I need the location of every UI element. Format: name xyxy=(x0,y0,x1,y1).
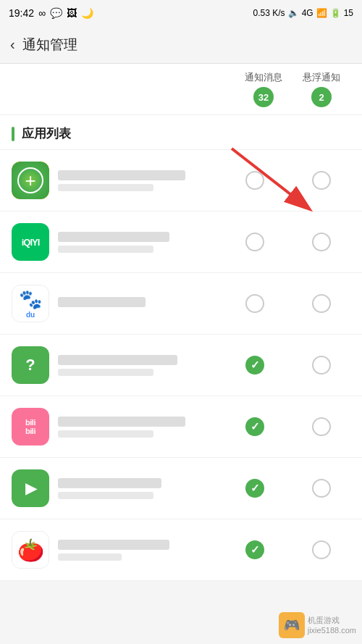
toggle-notification-tomato[interactable] xyxy=(226,540,284,559)
col-notification-badge: 32 xyxy=(253,87,274,107)
toggle-notification-baidu[interactable] xyxy=(226,294,284,313)
volume-icon: 🔈 xyxy=(288,8,299,18)
list-item: ? xyxy=(0,335,362,396)
toggle-float-baidu[interactable] xyxy=(292,294,350,313)
col-notification-header: 通知消息 32 xyxy=(235,71,292,107)
bilibili-text: bilibili xyxy=(25,418,35,435)
watermark: 🎮 机蛋游戏 jixie5188.com xyxy=(279,612,356,638)
tomato-emoji-icon: 🍅 xyxy=(17,538,44,563)
radio-empty-icon[interactable] xyxy=(312,540,331,559)
toggle-notification-bilibili[interactable] xyxy=(226,417,284,436)
paw-icon: 🐾 xyxy=(19,288,42,311)
app-name-question xyxy=(58,355,217,376)
app-name-bar xyxy=(58,478,161,488)
list-item: bilibili xyxy=(0,396,362,458)
du-label: du xyxy=(26,311,35,319)
toggle-notification-360[interactable] xyxy=(226,171,284,190)
app-icon-bilibili: bilibili xyxy=(12,408,49,446)
app-name-bar xyxy=(58,540,169,550)
app-name-bar2 xyxy=(58,553,122,561)
app-icon-iqiyi: iQIYI xyxy=(12,223,49,261)
header: ‹ 通知管理 xyxy=(0,26,362,64)
app-icon-play: ▶ xyxy=(12,469,49,507)
radio-empty-icon[interactable] xyxy=(312,479,331,498)
radio-empty-icon[interactable] xyxy=(312,417,331,436)
watermark-logo: 🎮 xyxy=(279,612,305,638)
app-name-play xyxy=(58,478,217,499)
app-name-bar2 xyxy=(58,369,153,376)
toggle-notification-iqiyi[interactable] xyxy=(226,233,284,251)
radio-checked-icon[interactable] xyxy=(245,479,264,498)
status-time: 19:42 xyxy=(9,7,34,19)
toggle-float-iqiyi[interactable] xyxy=(292,233,350,251)
page-title: 通知管理 xyxy=(22,35,77,54)
app-icon-question: ? xyxy=(12,346,49,384)
radio-checked-icon[interactable] xyxy=(245,540,264,559)
toggle-notification-play[interactable] xyxy=(226,479,284,498)
image-icon: 🖼 xyxy=(67,7,77,19)
radio-checked-icon[interactable] xyxy=(245,356,264,375)
app-name-bar2 xyxy=(58,184,153,191)
app-name-bar xyxy=(58,417,185,427)
speed-indicator: 0.53 K/s xyxy=(253,8,285,18)
app-icon-tomato: 🍅 xyxy=(12,531,49,569)
list-item: + xyxy=(0,150,362,212)
app-name-bar xyxy=(58,297,146,307)
network-type: 4G xyxy=(302,8,313,18)
app-name-bar xyxy=(58,355,177,365)
play-triangle-icon: ▶ xyxy=(25,480,36,497)
signal-icon: 📶 xyxy=(316,8,327,18)
battery-icon: 🔋 xyxy=(330,8,341,18)
app-icon-360: + xyxy=(12,162,49,199)
radio-empty-icon[interactable] xyxy=(245,233,264,251)
question-mark-icon: ? xyxy=(25,356,35,375)
app-name-bar xyxy=(58,232,169,242)
watermark-text: 机蛋游戏 jixie5188.com xyxy=(308,615,356,636)
col-float-header: 悬浮通知 2 xyxy=(292,71,350,107)
chat-icon: 💬 xyxy=(50,7,62,19)
moon-icon: 🌙 xyxy=(81,7,93,19)
section-title: 应用列表 xyxy=(0,115,362,150)
toggle-float-question[interactable] xyxy=(292,356,350,375)
radio-empty-icon[interactable] xyxy=(245,171,264,190)
app-name-360 xyxy=(58,170,217,191)
radio-empty-icon[interactable] xyxy=(312,356,331,375)
app-name-bar xyxy=(58,170,185,180)
col-notification-label: 通知消息 xyxy=(235,71,292,84)
plus-circle-icon: + xyxy=(17,167,43,193)
radio-empty-icon[interactable] xyxy=(245,294,264,313)
app-name-tomato xyxy=(58,540,217,561)
toggle-float-360[interactable] xyxy=(292,171,350,190)
battery-level: 15 xyxy=(344,8,353,18)
app-name-bar2 xyxy=(58,492,153,499)
status-right: 0.53 K/s 🔈 4G 📶 🔋 15 xyxy=(253,8,353,18)
section-bar-indicator xyxy=(12,127,14,141)
radio-empty-icon[interactable] xyxy=(312,294,331,313)
toggle-notification-question[interactable] xyxy=(226,356,284,375)
list-item: 🐾 du xyxy=(0,273,362,335)
connectivity-icon: ∞ xyxy=(38,7,46,19)
main-content: 通知消息 32 悬浮通知 2 应用列表 + iQIYI xyxy=(0,64,362,581)
radio-empty-icon[interactable] xyxy=(312,233,331,251)
toggle-float-bilibili[interactable] xyxy=(292,417,350,436)
back-button[interactable]: ‹ xyxy=(10,36,15,53)
baidu-paw-icon: 🐾 du xyxy=(12,285,49,322)
iqiyi-text: iQIYI xyxy=(22,237,40,248)
column-headers: 通知消息 32 悬浮通知 2 xyxy=(0,64,362,115)
app-name-iqiyi xyxy=(58,232,217,253)
toggle-float-play[interactable] xyxy=(292,479,350,498)
col-float-badge: 2 xyxy=(311,87,332,107)
section-title-text: 应用列表 xyxy=(22,125,71,142)
list-item: 🍅 xyxy=(0,519,362,581)
app-name-baidu xyxy=(58,297,217,311)
app-name-bilibili xyxy=(58,417,217,438)
app-name-bar2 xyxy=(58,430,153,438)
col-float-label: 悬浮通知 xyxy=(292,71,350,84)
toggle-float-tomato[interactable] xyxy=(292,540,350,559)
radio-checked-icon[interactable] xyxy=(245,417,264,436)
radio-empty-icon[interactable] xyxy=(312,171,331,190)
icon-360-inner: + xyxy=(12,162,49,199)
list-item: iQIYI xyxy=(0,212,362,273)
watermark-line2: jixie5188.com xyxy=(308,625,356,635)
app-name-bar2 xyxy=(58,246,153,253)
